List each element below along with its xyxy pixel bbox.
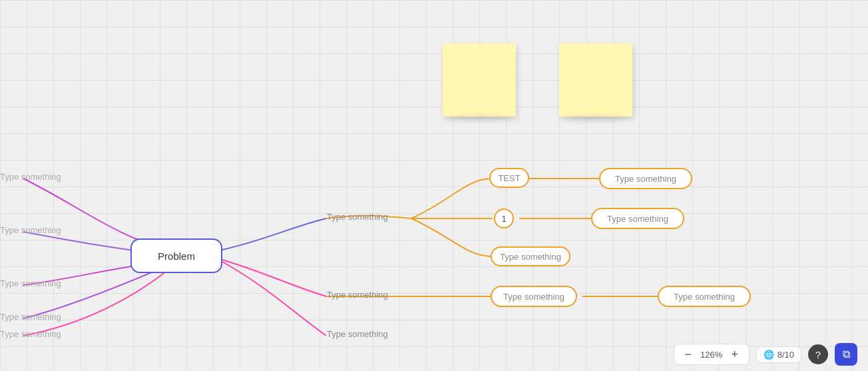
badge-icon: 🌐: [763, 350, 774, 360]
left-branch-1: Type something: [0, 172, 61, 182]
node-bottom-left[interactable]: Type something: [491, 286, 577, 307]
zoom-controls[interactable]: − 126% +: [674, 344, 750, 365]
left-branch-4: Type something: [0, 312, 61, 322]
node-child-1[interactable]: Type something: [591, 208, 684, 229]
sticky-note-1[interactable]: [443, 43, 516, 117]
node-child-test[interactable]: Type something: [599, 168, 692, 189]
left-branch-3: Type something: [0, 278, 61, 288]
zoom-out-button[interactable]: −: [681, 347, 696, 362]
node-test[interactable]: TEST: [489, 168, 529, 188]
node-bottom-right[interactable]: Type something: [658, 286, 751, 307]
right-branch-label-1: Type something: [327, 212, 388, 222]
badge-button[interactable]: 🌐 8/10: [756, 346, 801, 363]
zoom-in-button[interactable]: +: [728, 347, 742, 362]
nav-button[interactable]: ⧉: [835, 343, 857, 366]
badge-count: 8/10: [777, 350, 794, 360]
zoom-level: 126%: [700, 350, 724, 360]
right-branch-label-3: Type something: [327, 329, 388, 339]
problem-node[interactable]: Problem: [130, 238, 222, 273]
canvas: [0, 0, 868, 371]
node-type-something-1[interactable]: Type something: [491, 246, 570, 266]
left-branch-2: Type something: [0, 225, 61, 235]
help-button[interactable]: ?: [808, 344, 828, 364]
right-branch-label-2: Type something: [327, 290, 388, 300]
sticky-note-2[interactable]: [559, 43, 632, 117]
left-branch-5: Type something: [0, 329, 61, 339]
node-1[interactable]: 1: [494, 208, 514, 228]
